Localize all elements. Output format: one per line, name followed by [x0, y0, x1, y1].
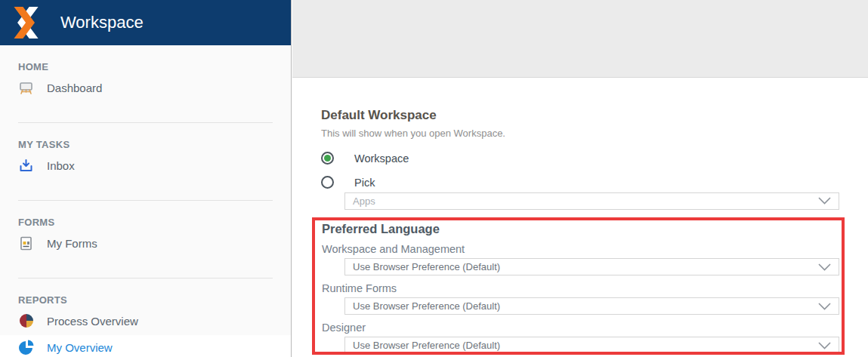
easel-dashboard-icon: [18, 80, 34, 96]
sidebar-item-label: My Overview: [47, 341, 113, 354]
pie-chart-blue-icon: [18, 340, 34, 355]
radio-option-workspace[interactable]: Workspace: [321, 152, 868, 165]
field-label-runtime-forms: Runtime Forms: [322, 282, 842, 294]
settings-content: Default Workspace This will show when yo…: [292, 78, 868, 210]
language-dropdown-workspace-management[interactable]: Use Browser Preference (Default): [344, 258, 839, 275]
section-label-my-tasks: MY TASKS: [18, 123, 273, 151]
radio-unselected-icon[interactable]: [321, 176, 334, 189]
section-label-forms: FORMS: [18, 201, 273, 229]
sidebar-section-forms: FORMS My Forms: [0, 201, 291, 279]
sidebar-section-home: HOME Dashboard: [0, 45, 291, 123]
chevron-down-icon: [818, 197, 831, 205]
field-label-workspace-and-management: Workspace and Management: [322, 243, 842, 254]
workspace-x-logo-icon: [10, 5, 43, 40]
radio-label: Workspace: [354, 152, 409, 165]
sidebar-item-my-overview[interactable]: My Overview: [0, 335, 291, 357]
pie-chart-multicolor-icon: [18, 313, 34, 329]
dropdown-value: Use Browser Preference (Default): [353, 300, 500, 312]
apps-dropdown-placeholder: Apps: [353, 195, 375, 207]
default-workspace-description: This will show when you open Workspace.: [321, 128, 868, 139]
sidebar-item-inbox[interactable]: Inbox: [0, 153, 291, 177]
preferred-language-title: Preferred Language: [322, 222, 842, 235]
chevron-down-icon: [818, 342, 831, 349]
default-workspace-title: Default Workspace: [321, 108, 868, 123]
sidebar-item-process-overview[interactable]: Process Overview: [0, 309, 291, 333]
dropdown-value: Use Browser Preference (Default): [353, 340, 500, 351]
main-content: Default Workspace This will show when yo…: [292, 0, 868, 357]
sidebar-item-label: Dashboard: [47, 82, 102, 94]
language-dropdown-runtime-forms[interactable]: Use Browser Preference (Default): [344, 297, 839, 315]
radio-selected-icon[interactable]: [321, 152, 334, 165]
sidebar-item-label: Inbox: [47, 159, 75, 172]
field-label-designer: Designer: [322, 322, 842, 333]
radio-label: Pick: [354, 177, 375, 189]
dropdown-value: Use Browser Preference (Default): [353, 261, 500, 272]
sidebar-item-label: Process Overview: [47, 315, 138, 328]
inbox-download-icon: [18, 158, 34, 174]
language-dropdown-designer[interactable]: Use Browser Preference (Default): [344, 337, 839, 354]
apps-dropdown[interactable]: Apps: [344, 192, 839, 210]
sidebar-header: Workspace: [0, 0, 291, 45]
sidebar-section-reports: REPORTS Process Overview My Overview: [0, 279, 291, 356]
sidebar-item-dashboard[interactable]: Dashboard: [0, 75, 291, 100]
sidebar-item-my-forms[interactable]: My Forms: [0, 231, 291, 255]
sidebar-section-my-tasks: MY TASKS Inbox: [0, 123, 291, 201]
chevron-down-icon: [818, 263, 831, 271]
sidebar: Workspace HOME Dashboard MY TASKS: [0, 0, 292, 357]
form-document-icon: [18, 235, 34, 251]
section-label-home: HOME: [18, 45, 273, 73]
radio-option-pick[interactable]: Pick: [321, 176, 868, 189]
section-label-reports: REPORTS: [18, 279, 273, 306]
sidebar-item-label: My Forms: [47, 237, 97, 250]
chevron-down-icon: [818, 303, 831, 310]
preferred-language-section: Preferred Language Workspace and Managem…: [312, 217, 845, 355]
app-title: Workspace: [60, 13, 144, 32]
main-header-band: [292, 0, 868, 78]
